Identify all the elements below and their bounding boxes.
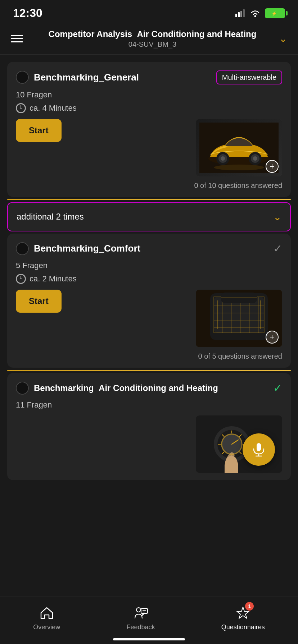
survey-card-ac: Benchmarking_Air Conditioning and Heatin… <box>7 373 291 480</box>
survey-card-comfort: Benchmarking_Comfort ✓ 5 Fragen ca. 2 Mi… <box>7 234 291 368</box>
home-icon <box>38 604 55 621</box>
card-body-comfort: Start <box>16 290 282 347</box>
duration-row-comfort: ca. 2 Minutes <box>16 274 282 284</box>
svg-rect-48 <box>141 608 148 613</box>
status-time: 12:30 <box>13 6 42 20</box>
main-content: Benchmarking_General Multi-answerable 10… <box>0 55 298 540</box>
clock-icon-comfort <box>16 274 26 284</box>
card-header-general: Benchmarking_General Multi-answerable <box>16 70 282 84</box>
svg-rect-6 <box>281 12 283 15</box>
card-circle-comfort <box>16 242 29 255</box>
nav-label-overview: Overview <box>33 624 60 631</box>
nav-item-feedback[interactable]: Feedback <box>126 604 155 631</box>
svg-rect-29 <box>221 293 257 303</box>
card-title-row-comfort: Benchmarking_Comfort <box>16 242 273 255</box>
multi-answerable-badge: Multi-answerable <box>216 70 282 84</box>
wifi-icon <box>250 9 261 17</box>
card-info-ac: 11 Fragen <box>16 400 282 410</box>
status-bar: 12:30 ⚡ <box>0 0 298 23</box>
svg-rect-2 <box>240 11 242 17</box>
svg-point-16 <box>214 165 264 170</box>
svg-rect-44 <box>257 443 261 451</box>
home-indicator <box>113 638 185 640</box>
card-body-ac <box>16 415 282 473</box>
start-button-general[interactable]: Start <box>16 119 62 142</box>
bottom-nav: Overview Feedback 1 Questionnaires <box>0 597 298 644</box>
gold-divider-2 <box>7 370 291 371</box>
survey-card-general: Benchmarking_General Multi-answerable 10… <box>7 62 291 197</box>
nav-item-overview[interactable]: Overview <box>33 604 60 631</box>
card-image-general: + <box>196 119 282 176</box>
card-info-general: 10 Fragen ca. 4 Minutes <box>16 90 282 113</box>
gold-divider-1 <box>7 199 291 200</box>
svg-point-47 <box>136 608 141 612</box>
answered-general: 0 of 10 questions answered <box>16 181 282 190</box>
fragen-count-general: 10 Fragen <box>16 90 282 100</box>
duration-row-general: ca. 4 Minutes <box>16 103 282 113</box>
card-body-general: Start <box>16 119 282 176</box>
hamburger-icon[interactable] <box>11 35 23 42</box>
card-circle-general <box>16 71 29 84</box>
answered-comfort: 0 of 5 questions answered <box>16 352 282 360</box>
additional-dropdown[interactable]: additional 2 times ⌄ <box>7 202 291 231</box>
svg-point-15 <box>253 156 257 161</box>
card-title-row-ac: Benchmarking_Air Conditioning and Heatin… <box>16 382 273 395</box>
svg-point-12 <box>221 156 225 161</box>
checkmark-icon-comfort: ✓ <box>273 242 282 255</box>
fragen-count-comfort: 5 Fragen <box>16 261 282 270</box>
badge-count: 1 <box>245 602 254 611</box>
card-title-general: Benchmarking_General <box>34 72 139 83</box>
nav-item-questionnaires[interactable]: 1 Questionnaires <box>221 604 265 631</box>
svg-rect-0 <box>235 14 237 17</box>
battery-icon: ⚡ <box>265 8 285 18</box>
nav-label-feedback: Feedback <box>126 624 155 631</box>
signal-icon <box>235 9 245 17</box>
card-info-comfort: 5 Fragen ca. 2 Minutes <box>16 261 282 284</box>
clock-icon-general <box>16 103 26 113</box>
additional-text: additional 2 times <box>17 212 84 222</box>
svg-rect-1 <box>238 12 240 17</box>
microphone-fab[interactable] <box>243 433 275 466</box>
card-title-row-general: Benchmarking_General <box>16 71 216 84</box>
card-header-comfort: Benchmarking_Comfort ✓ <box>16 242 282 255</box>
header-chevron-icon[interactable]: ⌄ <box>279 33 287 45</box>
start-button-comfort[interactable]: Start <box>16 290 62 313</box>
feedback-icon <box>132 604 149 621</box>
card-image-comfort: + <box>196 290 282 347</box>
card-title-ac: Benchmarking_Air Conditioning and Heatin… <box>34 382 218 394</box>
svg-point-4 <box>254 15 256 17</box>
svg-text:⚡: ⚡ <box>271 11 277 16</box>
checkmark-icon-ac: ✓ <box>273 382 282 394</box>
fragen-count-ac: 11 Fragen <box>16 400 282 410</box>
header-title-block: Competitor Analysis_Air Conditioning and… <box>32 29 273 49</box>
star-icon: 1 <box>234 604 252 621</box>
card-circle-ac <box>16 382 29 395</box>
card-header-ac: Benchmarking_Air Conditioning and Heatin… <box>16 382 282 395</box>
duration-text-comfort: ca. 2 Minutes <box>30 274 77 284</box>
app-header: Competitor Analysis_Air Conditioning and… <box>0 23 298 55</box>
card-title-comfort: Benchmarking_Comfort <box>34 243 140 254</box>
plus-button-comfort[interactable]: + <box>266 331 279 344</box>
nav-label-questionnaires: Questionnaires <box>221 624 265 631</box>
plus-button-general[interactable]: + <box>266 160 279 173</box>
status-icons: ⚡ <box>235 8 285 18</box>
svg-rect-3 <box>243 9 245 17</box>
dropdown-chevron-icon: ⌄ <box>273 211 281 223</box>
header-sub-title: 04-SUV_BM_3 <box>32 40 273 49</box>
header-main-title: Competitor Analysis_Air Conditioning and… <box>32 29 273 40</box>
duration-text-general: ca. 4 Minutes <box>30 104 77 113</box>
